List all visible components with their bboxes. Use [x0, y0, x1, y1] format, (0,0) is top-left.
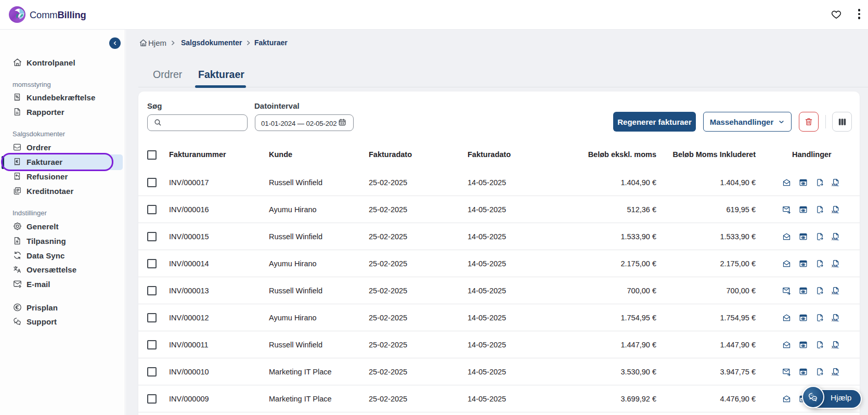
svg-text:XML: XML — [832, 318, 839, 322]
svg-text:XML: XML — [832, 264, 839, 268]
svg-text:XML: XML — [832, 210, 839, 214]
svg-text:XML: XML — [832, 237, 839, 241]
svg-text:XML: XML — [832, 183, 839, 187]
svg-text:XML: XML — [832, 291, 839, 295]
svg-text:XML: XML — [832, 345, 839, 349]
svg-text:XML: XML — [832, 372, 839, 376]
